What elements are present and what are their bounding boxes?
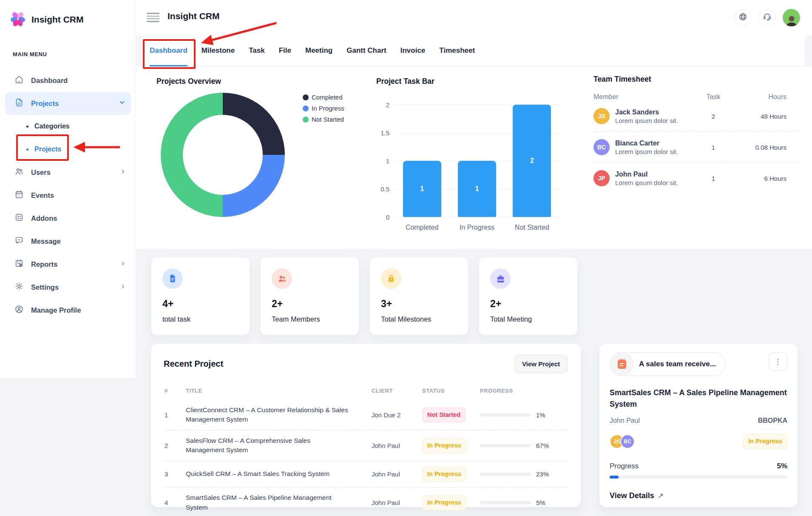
- timesheet-header-row: Member Task Hours: [593, 93, 798, 101]
- status-badge: In Progress: [422, 495, 466, 510]
- sidebar-item-label: Events: [31, 191, 126, 200]
- y-tick: 0.5: [374, 185, 389, 193]
- table-row[interactable]: 3 QuickSell CRM – A Smart Sales Tracking…: [164, 461, 568, 487]
- sidebar: Insight CRM MAIN MENU Dashboard Projects…: [0, 0, 136, 378]
- sidebar-item-addons[interactable]: Addons: [0, 207, 136, 230]
- sidebar-item-label: Users: [31, 168, 113, 177]
- avatar: JP: [593, 170, 610, 186]
- timesheet-row[interactable]: BC Bianca CarterLorem ipsum dolor sit. 1…: [593, 131, 798, 162]
- profile-icon: [14, 305, 24, 316]
- sidebar-item-label: Reports: [31, 260, 113, 268]
- tab-meeting[interactable]: Meeting: [305, 36, 332, 66]
- table-row[interactable]: 2 SalesFlow CRM – A Comprehensive Sales …: [164, 430, 568, 461]
- tab-file[interactable]: File: [279, 36, 291, 66]
- stat-card-total-milestones[interactable]: 3+ Total Milestones: [369, 257, 468, 335]
- x-tick: Not Started: [505, 224, 559, 231]
- sidebar-item-label: Projects: [31, 100, 112, 108]
- status-badge: In Progress: [422, 438, 466, 453]
- view-project-button[interactable]: View Project: [514, 355, 568, 373]
- user-avatar[interactable]: [783, 9, 800, 26]
- sidebar-item-label: Addons: [31, 214, 126, 222]
- table-row[interactable]: 4 SmartSales CRM – A Sales Pipeline Mana…: [164, 487, 568, 516]
- note-icon: [14, 98, 24, 109]
- bullet-icon: [26, 148, 28, 151]
- sidebar-subitem-categories[interactable]: Categories: [0, 115, 136, 138]
- team-icon: [272, 268, 292, 289]
- charts-band: Projects Overview Completed In Progress …: [136, 66, 812, 249]
- legend-swatch-in-progress: [303, 105, 309, 111]
- app-logo-label: Insight CRM: [31, 14, 83, 25]
- projects-overview-donut-chart: [161, 93, 285, 217]
- tab-task[interactable]: Task: [249, 36, 265, 66]
- stat-card-total-meeting[interactable]: 2+ Total Meeting: [479, 257, 578, 335]
- external-arrow-icon: ↗: [658, 491, 664, 500]
- sidebar-item-manage-profile[interactable]: Manage Profile: [0, 299, 136, 322]
- chevron-down-icon: [119, 100, 125, 107]
- project-code: BBOPKA: [758, 417, 787, 425]
- home-icon: [14, 75, 24, 86]
- bar-not-started[interactable]: 2: [513, 105, 551, 217]
- x-tick: In Progress: [449, 224, 504, 231]
- y-tick: 1.5: [374, 129, 389, 137]
- y-tick: 0: [374, 214, 389, 221]
- sidebar-item-dashboard[interactable]: Dashboard: [0, 69, 136, 92]
- tab-gantt-chart[interactable]: Gantt Chart: [346, 36, 386, 66]
- stat-label: Total Milestones: [381, 315, 457, 323]
- status-badge: In Progress: [743, 434, 787, 449]
- briefcase-icon: [490, 268, 511, 289]
- chevron-right-icon: [120, 260, 126, 268]
- view-details-link[interactable]: View Details ↗: [610, 491, 664, 500]
- chevron-right-icon: [120, 168, 126, 176]
- page-title: Insight CRM: [168, 11, 219, 21]
- sidebar-item-settings[interactable]: Settings: [0, 276, 136, 299]
- notepad-icon: [610, 352, 634, 376]
- y-tick: 1: [374, 157, 389, 165]
- calendar-icon: [14, 190, 24, 201]
- globe-button[interactable]: [734, 9, 752, 26]
- headset-icon: [763, 12, 772, 23]
- task-bar-title: Project Task Bar: [376, 77, 434, 86]
- sidebar-item-events[interactable]: Events: [0, 184, 136, 207]
- sidebar-item-label: Manage Profile: [31, 306, 126, 314]
- project-owner: John Paul: [610, 417, 640, 425]
- checklist-icon: [14, 213, 24, 224]
- tab-dashboard[interactable]: Dashboard: [150, 36, 187, 66]
- sidebar-item-projects[interactable]: Projects: [5, 92, 131, 115]
- timesheet-row[interactable]: JS Jack SandersLorem ipsum dolor sit. 2 …: [593, 101, 798, 131]
- tab-milestone[interactable]: Milestone: [202, 36, 235, 66]
- sidebar-item-message[interactable]: Message: [0, 230, 136, 253]
- hamburger-menu-icon[interactable]: [147, 11, 159, 24]
- tab-timesheet[interactable]: Timesheet: [439, 36, 475, 66]
- sidebar-item-users[interactable]: Users: [0, 161, 136, 184]
- avatar: BC: [593, 139, 610, 155]
- app-logo[interactable]: Insight CRM: [0, 0, 136, 29]
- sidebar-subitem-projects[interactable]: Projects: [0, 138, 136, 161]
- progress-value: 5%: [777, 462, 787, 470]
- legend-item: Not Started: [303, 116, 344, 123]
- sidebar-item-label: Message: [31, 237, 126, 245]
- donut-legend: Completed In Progress Not Started: [303, 94, 344, 123]
- legend-item: Completed: [303, 94, 344, 101]
- status-badge: In Progress: [422, 467, 466, 482]
- bullet-icon: [26, 125, 28, 128]
- tab-invoice[interactable]: Invoice: [400, 36, 426, 66]
- stat-card-total-task[interactable]: 4+ total task: [151, 257, 250, 335]
- sidebar-subitem-label: Categories: [34, 123, 70, 130]
- progress-bar: [480, 473, 531, 476]
- timesheet-row[interactable]: JP John PaulLorem ipsum dolor sit. 1 6 H…: [593, 162, 798, 194]
- stat-value: 2+: [490, 298, 566, 310]
- stat-card-team-members[interactable]: 2+ Team Members: [260, 257, 359, 335]
- kebab-menu-button[interactable]: ⋮: [769, 352, 787, 371]
- project-title: SmartSales CRM – A Sales Pipeline Manage…: [610, 387, 790, 410]
- bar-in-progress[interactable]: 1: [458, 161, 496, 217]
- users-icon: [14, 167, 24, 178]
- sidebar-item-reports[interactable]: Reports: [0, 253, 136, 276]
- gear-icon: [14, 282, 24, 293]
- project-pill-label: A sales team receive...: [639, 360, 716, 368]
- project-pill[interactable]: A sales team receive...: [610, 352, 726, 376]
- bar-completed[interactable]: 1: [403, 161, 441, 217]
- support-button[interactable]: [758, 9, 776, 26]
- progress-bar: [480, 444, 531, 447]
- table-row[interactable]: 1 ClientConnect CRM – A Customer Relatio…: [164, 400, 568, 430]
- avatar: JS: [593, 108, 610, 124]
